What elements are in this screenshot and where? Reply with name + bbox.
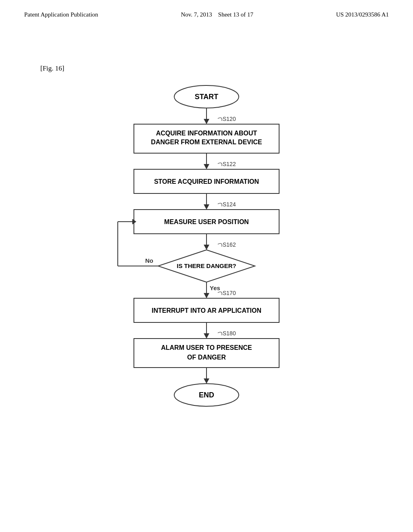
svg-marker-24 [204, 378, 209, 384]
step-label-s120: S120 [223, 116, 236, 122]
step-label-s122: S122 [223, 161, 236, 167]
svg-rect-22 [134, 339, 279, 368]
yes-label: Yes [210, 285, 220, 291]
start-label: START [195, 93, 219, 101]
header-sheet: Sheet 13 of 17 [218, 11, 253, 18]
s124-text: MEASURE USER POSITION [164, 218, 249, 225]
header-date: Nov. 7, 2013 [181, 11, 212, 18]
step-label-s180: S180 [223, 330, 236, 337]
no-label: No [145, 257, 153, 264]
step-label-s170: S170 [223, 290, 236, 296]
svg-marker-21 [204, 333, 209, 339]
s180-text-line2: OF DANGER [187, 354, 226, 361]
step-label-s124: S124 [223, 201, 236, 208]
svg-marker-18 [204, 293, 209, 298]
svg-marker-11 [204, 245, 209, 250]
header-publication: Patent Application Publication [24, 11, 98, 18]
flowchart-svg: START S120 ACQUIRE INFORMATION ABOUT DAN… [86, 81, 327, 500]
s162-text: IS THERE DANGER? [177, 262, 236, 269]
s122-text: STORE ACQUIRED INFORMATION [154, 178, 259, 185]
s120-text-line1: ACQUIRE INFORMATION ABOUT [156, 130, 257, 137]
svg-marker-8 [204, 204, 209, 210]
end-label: END [199, 391, 214, 399]
figure-label: [Fig. 16] [40, 64, 65, 73]
header-patent-number: US 2013/0293586 A1 [336, 11, 389, 18]
svg-marker-2 [204, 119, 209, 124]
s180-text-line1: ALARM USER TO PRESENCE [161, 344, 252, 351]
s120-text-line2: DANGER FROM EXTERNAL DEVICE [151, 139, 262, 145]
header-date-sheet: Nov. 7, 2013 Sheet 13 of 17 [181, 11, 253, 18]
page-header: Patent Application Publication Nov. 7, 2… [0, 0, 413, 18]
step-label-s162: S162 [223, 241, 236, 248]
flowchart-container: START S120 ACQUIRE INFORMATION ABOUT DAN… [0, 81, 413, 500]
svg-marker-5 [204, 164, 209, 169]
s170-text: INTERRUPT INTO AR APPLICATION [152, 307, 261, 314]
